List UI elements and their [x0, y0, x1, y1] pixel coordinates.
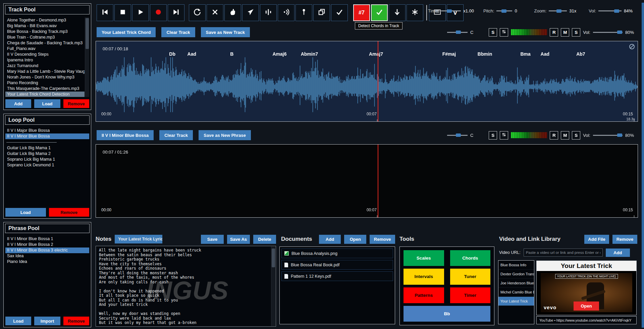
skip-start-button[interactable] [97, 4, 113, 21]
phrase-mute-button[interactable]: M [561, 131, 569, 140]
video-list-item[interactable]: Dexter Gordon Transc [498, 270, 534, 279]
document-item[interactable]: Pattern 1 12 Keys.pdf [281, 271, 393, 281]
loop-list-item[interactable]: Soprano Lick Desmond 1 [5, 162, 89, 168]
timer-tool-button[interactable]: Timer [450, 287, 491, 303]
no-overlay-icon[interactable] [629, 44, 635, 49]
scrollbar-thumb[interactable] [272, 249, 275, 267]
document-item[interactable]: Blue Bossa Analysis.png [281, 249, 393, 258]
tuner-tool-button[interactable]: Tuner [450, 269, 491, 284]
phrase-load-button[interactable]: Load [5, 317, 31, 325]
loop-load-button[interactable]: Load [5, 208, 46, 217]
video-list-item[interactable]: Blue Bossa Info [498, 261, 534, 270]
track-list-item[interactable]: Jazz Turnaround [5, 63, 85, 69]
track-add-button[interactable]: Add [5, 99, 31, 108]
navigate-button[interactable] [242, 4, 259, 21]
track-list-item[interactable]: Full_Piano.wav [5, 46, 85, 52]
phrase-import-button[interactable]: Import [34, 317, 60, 325]
video-list-item[interactable]: Joe Henderson Blue B [498, 279, 534, 288]
track-list-item[interactable]: Chega de Saudade - Backing Track.mp3 [5, 40, 85, 46]
video-list-item[interactable]: Michel Camilo Blue Bo [498, 288, 534, 297]
track-solo2-button[interactable]: S [572, 28, 580, 37]
phrase-solo-button[interactable]: S [489, 131, 497, 140]
pitch-slider[interactable] [496, 9, 512, 13]
track-list-item[interactable]: Blue Bossa - Backing Track.mp3 [5, 29, 85, 35]
video-url-input[interactable] [524, 249, 603, 257]
close-button[interactable] [207, 4, 223, 21]
stretch-button[interactable] [260, 4, 277, 21]
track-name-button[interactable]: Your Latest Trick Chord [97, 27, 156, 37]
track-list-item[interactable]: Blue Train - Coltrane.mp3 [5, 35, 85, 40]
down-arrow-button[interactable] [389, 4, 406, 21]
phrase-volume-slider[interactable] [593, 133, 623, 138]
track-clear-button[interactable]: Clear Track [161, 27, 195, 37]
skip-end-button[interactable] [168, 4, 184, 21]
notes-delete-button[interactable]: Delete [253, 235, 276, 244]
track-list-item[interactable]: Alone Together - Desmond.mp3 [5, 17, 85, 23]
track-list-item[interactable]: Ipanema Intro [5, 57, 85, 63]
stop-button[interactable] [114, 4, 131, 21]
phrase-list-item[interactable]: Piano Idea [5, 259, 89, 265]
track-list-item[interactable]: Piano Recording [5, 80, 85, 86]
track-solo-button[interactable]: S [489, 28, 497, 37]
notes-text-area[interactable]: INGUS All the late night bargains have b… [96, 246, 276, 327]
detect-chords-button[interactable] [371, 4, 388, 21]
phrase-clear-button[interactable]: Clear Track [159, 130, 193, 140]
time-slider[interactable] [441, 9, 461, 13]
documents-remove-button[interactable]: Remove [370, 235, 395, 244]
notes-save-as-button[interactable]: Save As [227, 235, 250, 244]
track-list-item[interactable]: Big Mama - Bill Evans.wav [5, 23, 85, 29]
track-list-item[interactable]: This Masquerade-The Carpenters.mp3 [5, 86, 85, 92]
loop-list-item-selected[interactable]: II V I Minor Blue Bossa [5, 133, 89, 139]
notes-save-button[interactable]: Save [201, 235, 224, 244]
track-save-button[interactable]: Save as New Track [201, 27, 250, 37]
track-pan-slider[interactable] [447, 30, 468, 35]
loop-list-item[interactable]: II V I Major Blue Bossa [5, 128, 89, 133]
document-item[interactable]: Blue Bossa Real Book.pdf [281, 260, 393, 270]
loop-button[interactable] [189, 4, 206, 21]
hand-button[interactable] [224, 4, 241, 21]
check-button[interactable] [331, 4, 348, 21]
intervals-tool-button[interactable]: Intervals [404, 269, 444, 284]
sound-wave-button[interactable] [278, 4, 294, 21]
windows-button[interactable] [313, 4, 330, 21]
loop-list-item[interactable]: Soprano Lick Big Mama 1 [5, 157, 89, 162]
phrase-name-button[interactable]: II V I Minor Blue Bossa [97, 130, 154, 140]
key-tool-button[interactable]: Bb [404, 306, 490, 322]
track-swap-button[interactable] [500, 28, 508, 37]
phrase-waveform[interactable]: 00:07 / 01:26 00:00 00:07 00:15 [96, 144, 638, 218]
volume-slider[interactable] [598, 9, 622, 13]
phrase-solo2-button[interactable]: S [572, 131, 580, 140]
video-remove-button[interactable]: Remove [612, 235, 637, 244]
record-button[interactable] [150, 4, 167, 21]
phrase-pan-slider[interactable] [447, 133, 468, 138]
video-open-button[interactable]: Open [574, 301, 599, 311]
track-remove-button[interactable]: Remove [63, 99, 89, 108]
video-thumbnail[interactable]: YOUR LATEST TRICK (ON THE NIGHT LIVE) ve… [541, 273, 632, 312]
track-record-arm-button[interactable]: R [550, 28, 558, 37]
track-waveform[interactable]: 00:07 / 00:18 Db Aad B Amaj6 Abmin7 Amaj… [96, 41, 638, 122]
scales-tool-button[interactable]: Scales [404, 250, 444, 266]
pin-button[interactable] [296, 4, 312, 21]
phrase-list-item[interactable]: Sax Idea [5, 253, 89, 259]
track-list-item[interactable]: Mary Had a Little Lamb - Stevie Ray Vaug… [5, 69, 85, 74]
phrase-record-arm-button[interactable]: R [550, 131, 558, 140]
phrase-swap-button[interactable] [500, 131, 508, 140]
track-pool-scrollbar[interactable] [85, 17, 89, 97]
scrollbar-thumb[interactable] [86, 18, 89, 49]
phrase-list-item-selected[interactable]: II V I Minor Blue Bossa 3 electric [5, 248, 89, 253]
phrase-remove-button[interactable]: Remove [63, 317, 89, 325]
phrase-list-item[interactable]: II V I Minor Blue Bossa 2 [5, 242, 89, 248]
asterisk-button[interactable] [407, 4, 423, 21]
loop-list-item[interactable]: Guitar Lick Big Mama 1 [5, 145, 89, 151]
video-add-file-button[interactable]: Add File [584, 235, 609, 244]
chords-tool-button[interactable]: Chords [450, 250, 491, 266]
play-button[interactable] [132, 4, 149, 21]
loop-list-item[interactable]: Guitar Lick Big Mama 2 [5, 151, 89, 157]
notes-doc-name-field[interactable]: Your Latest Trick Lyrics [115, 235, 162, 243]
documents-open-button[interactable]: Open [344, 235, 366, 244]
video-list-item-selected[interactable]: Your Latest Trick [498, 297, 534, 306]
sharp7-button[interactable]: #7 [353, 4, 370, 21]
track-mute-button[interactable]: M [561, 28, 569, 37]
video-url-add-button[interactable]: Add [606, 249, 630, 257]
phrase-save-button[interactable]: Save as New Phrase [199, 130, 251, 140]
